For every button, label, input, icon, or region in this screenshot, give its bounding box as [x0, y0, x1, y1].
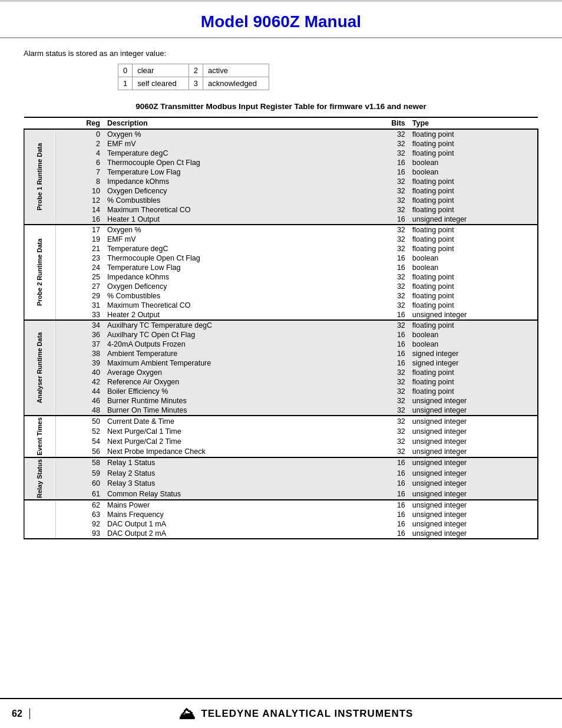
table-row: 63Mains Frequency16unsigned integer: [24, 510, 538, 519]
bits-cell: 32: [361, 196, 410, 205]
type-cell: signed integer: [410, 349, 538, 358]
table-row: 93DAC Output 2 mA16unsigned integer: [24, 529, 538, 539]
desc-cell: Heater 2 Output: [105, 310, 361, 320]
reg-cell: 29: [55, 291, 105, 301]
desc-cell: % Combustibles: [105, 291, 361, 301]
type-cell: signed integer: [410, 358, 538, 368]
bits-cell: 32: [361, 396, 410, 406]
th-reg: Reg: [55, 117, 105, 129]
reg-cell: 38: [55, 349, 105, 358]
bits-cell: 32: [361, 139, 410, 149]
reg-cell: 52: [55, 426, 105, 436]
type-cell: unsigned integer: [410, 396, 538, 406]
table-row: 31Maximum Theoretical CO32floating point: [24, 301, 538, 310]
desc-cell: DAC Output 1 mA: [105, 519, 361, 529]
bits-cell: 32: [361, 129, 410, 139]
desc-cell: Impedance kOhms: [105, 272, 361, 282]
table-row: 61Common Relay Status16unsigned integer: [24, 489, 538, 500]
group-label-cell: Probe 2 Runtime Data: [24, 225, 55, 320]
type-cell: floating point: [410, 387, 538, 396]
desc-cell: % Combustibles: [105, 196, 361, 205]
table-row: 25Impedance kOhms32floating point: [24, 272, 538, 282]
table-row: 19EMF mV32floating point: [24, 235, 538, 244]
bits-cell: 16: [361, 358, 410, 368]
alarm-label: clear: [133, 64, 189, 77]
reg-cell: 7: [55, 167, 105, 177]
type-cell: boolean: [410, 167, 538, 177]
desc-cell: Current Date & Time: [105, 416, 361, 426]
type-cell: floating point: [410, 320, 538, 330]
desc-cell: Average Oxygen: [105, 368, 361, 377]
reg-cell: 37: [55, 340, 105, 349]
reg-cell: 2: [55, 139, 105, 149]
desc-cell: Oxygen Deficency: [105, 186, 361, 196]
desc-cell: Auxilhary TC Temperature degC: [105, 320, 361, 330]
table-row: 29% Combustibles32floating point: [24, 291, 538, 301]
bits-cell: 32: [361, 235, 410, 244]
type-cell: unsigned integer: [410, 436, 538, 446]
type-cell: floating point: [410, 282, 538, 291]
type-cell: unsigned integer: [410, 416, 538, 426]
type-cell: floating point: [410, 186, 538, 196]
type-cell: floating point: [410, 244, 538, 253]
page-header: Model 9060Z Manual: [0, 2, 562, 38]
type-cell: unsigned integer: [410, 468, 538, 478]
desc-cell: Next Purge/Cal 1 Time: [105, 426, 361, 436]
desc-cell: Burner On Time Minutes: [105, 406, 361, 416]
th-bits: Bits: [361, 117, 410, 129]
reg-cell: 17: [55, 225, 105, 235]
type-cell: unsigned integer: [410, 500, 538, 510]
table-row: 10Oxygen Deficency32floating point: [24, 186, 538, 196]
bits-cell: 32: [361, 205, 410, 215]
table-row: 27Oxygen Deficency32floating point: [24, 282, 538, 291]
table-row: 92DAC Output 1 mA16unsigned integer: [24, 519, 538, 529]
group-label-cell: Probe 1 Runtime Data: [24, 129, 55, 225]
reg-cell: 14: [55, 205, 105, 215]
type-cell: floating point: [410, 272, 538, 282]
desc-cell: DAC Output 2 mA: [105, 529, 361, 539]
alarm-num2: 3: [189, 77, 203, 90]
desc-cell: Thermocouple Open Ct Flag: [105, 158, 361, 167]
desc-cell: Oxygen %: [105, 129, 361, 139]
reg-cell: 44: [55, 387, 105, 396]
modbus-register-table: Reg Description Bits Type Probe 1 Runtim…: [24, 117, 538, 539]
bits-cell: 16: [361, 167, 410, 177]
reg-cell: 50: [55, 416, 105, 426]
bits-cell: 16: [361, 340, 410, 349]
desc-cell: Oxygen Deficency: [105, 282, 361, 291]
table-row: 8Impedance kOhms32floating point: [24, 177, 538, 186]
reg-cell: 59: [55, 468, 105, 478]
bits-cell: 16: [361, 500, 410, 510]
reg-cell: 25: [55, 272, 105, 282]
reg-cell: 24: [55, 263, 105, 272]
page-container: Model 9060Z Manual Alarm status is store…: [0, 0, 562, 728]
type-cell: unsigned integer: [410, 489, 538, 500]
table-row: 54Next Purge/Cal 2 Time32unsigned intege…: [24, 436, 538, 446]
bits-cell: 16: [361, 158, 410, 167]
alarm-table-row: 0 clear 2 active: [118, 64, 269, 77]
group-label-cell: Event Times: [24, 416, 55, 457]
reg-cell: 31: [55, 301, 105, 310]
reg-cell: 0: [55, 129, 105, 139]
table-row: 56Next Probe Impedance Check32unsigned i…: [24, 446, 538, 457]
content-area: Alarm status is stored as an integer val…: [0, 38, 562, 698]
teledyne-logo-icon: ⛰: [178, 704, 195, 723]
table-row: 6Thermocouple Open Ct Flag16boolean: [24, 158, 538, 167]
bits-cell: 16: [361, 457, 410, 469]
reg-cell: 27: [55, 282, 105, 291]
desc-cell: Reference Air Oxygen: [105, 377, 361, 387]
type-cell: floating point: [410, 129, 538, 139]
alarm-num2: 2: [189, 64, 203, 77]
type-cell: unsigned integer: [410, 215, 538, 225]
reg-cell: 21: [55, 244, 105, 253]
desc-cell: Oxygen %: [105, 225, 361, 235]
table-row: Probe 2 Runtime Data17Oxygen %32floating…: [24, 225, 538, 235]
reg-cell: 61: [55, 489, 105, 500]
alarm-label2: acknowledged: [203, 77, 269, 90]
alarm-num: 0: [118, 64, 133, 77]
desc-cell: Temperature degC: [105, 149, 361, 158]
alarm-status-table: 0 clear 2 active 1 self cleared 3 acknow…: [118, 64, 269, 90]
table-header-row: Reg Description Bits Type: [24, 117, 538, 129]
group-label-cell: Relay Status: [24, 457, 55, 500]
table-row: 40Average Oxygen32floating point: [24, 368, 538, 377]
